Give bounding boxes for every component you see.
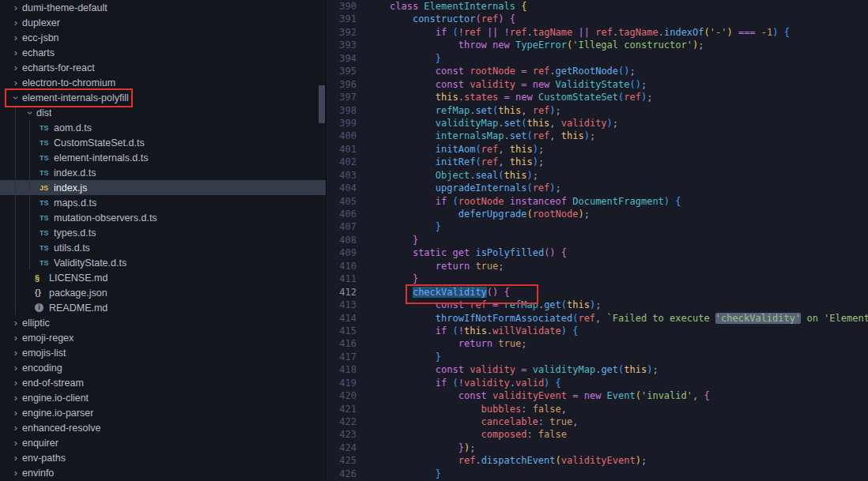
line-number: 399 bbox=[326, 117, 357, 130]
chevron-right-icon: › bbox=[9, 362, 22, 374]
line-number: 406 bbox=[326, 208, 357, 220]
code-line-394[interactable]: 394 } bbox=[326, 52, 868, 65]
code-line-402[interactable]: 402 initRef(ref, this); bbox=[326, 156, 868, 168]
code-line-404[interactable]: 404 upgradeInternals(ref); bbox=[326, 182, 868, 194]
tree-folder-engine.io-parser[interactable]: ›engine.io-parser bbox=[0, 405, 326, 420]
code-line-400[interactable]: 400 internalsMap.set(ref, this); bbox=[326, 130, 868, 142]
tree-file-aom.d.ts[interactable]: TSaom.d.ts bbox=[0, 120, 326, 135]
code-line-398[interactable]: 398 refMap.set(this, ref); bbox=[326, 104, 868, 117]
chevron-right-icon: › bbox=[9, 62, 22, 74]
tree-file-maps.d.ts[interactable]: TSmaps.d.ts bbox=[0, 195, 326, 210]
tree-folder-encoding[interactable]: ›encoding bbox=[0, 360, 326, 375]
code-area: 390class ElementInternals {391 construct… bbox=[326, 0, 868, 480]
code-line-407[interactable]: 407 } bbox=[326, 220, 868, 233]
code-line-410[interactable]: 410 return true; bbox=[326, 260, 868, 272]
code-text: } bbox=[357, 468, 441, 480]
code-line-396[interactable]: 396 const validity = new ValidityState()… bbox=[326, 78, 868, 91]
tree-file-mutation-observers.d.ts[interactable]: TSmutation-observers.d.ts bbox=[0, 210, 326, 225]
tree-folder-end-of-stream[interactable]: ›end-of-stream bbox=[0, 375, 326, 390]
tree-folder-element-internals-polyfill[interactable]: ›element-internals-polyfill bbox=[0, 90, 326, 105]
tree-folder-envinfo[interactable]: ›envinfo bbox=[0, 465, 326, 480]
chevron-right-icon: › bbox=[9, 47, 22, 59]
tree-folder-echarts[interactable]: ›echarts bbox=[0, 45, 326, 60]
code-line-405[interactable]: 405 if (rootNode instanceof DocumentFrag… bbox=[326, 195, 868, 208]
tree-file-index.d.ts[interactable]: TSindex.d.ts bbox=[0, 165, 326, 180]
tree-item-label: echarts bbox=[22, 47, 55, 58]
tree-file-types.d.ts[interactable]: TStypes.d.ts bbox=[0, 225, 326, 240]
tree-folder-env-paths[interactable]: ›env-paths bbox=[0, 450, 326, 465]
line-number: 395 bbox=[326, 65, 357, 77]
tree-item-label: enquirer bbox=[22, 438, 58, 449]
tree-file-package.json[interactable]: {}package.json bbox=[0, 285, 326, 300]
code-line-409[interactable]: 409 static get isPolyfilled() { bbox=[326, 246, 868, 259]
code-line-406[interactable]: 406 deferUpgrade(rootNode); bbox=[326, 208, 868, 220]
sidebar-scrollbar-thumb[interactable] bbox=[319, 85, 325, 123]
tree-folder-emoji-regex[interactable]: ›emoji-regex bbox=[0, 330, 326, 345]
code-line-425[interactable]: 425 ref.dispatchEvent(validityEvent); bbox=[326, 454, 868, 467]
code-line-417[interactable]: 417 } bbox=[326, 351, 868, 363]
tree-file-CustomStateSet.d.ts[interactable]: TSCustomStateSet.d.ts bbox=[0, 135, 326, 150]
tree-folder-enquirer[interactable]: ›enquirer bbox=[0, 435, 326, 450]
code-line-395[interactable]: 395 const rootNode = ref.getRootNode(); bbox=[326, 65, 868, 77]
tree-file-LICENSE.md[interactable]: §LICENSE.md bbox=[0, 270, 326, 285]
code-line-424[interactable]: 424 }); bbox=[326, 442, 868, 454]
tree-item-label: index.js bbox=[54, 182, 87, 194]
line-number: 417 bbox=[326, 351, 357, 363]
tree-file-utils.d.ts[interactable]: TSutils.d.ts bbox=[0, 240, 326, 255]
code-line-420[interactable]: 420 const validityEvent = new Event('inv… bbox=[326, 389, 868, 402]
code-line-414[interactable]: 414 throwIfNotFormAssociated(ref, `Faile… bbox=[326, 312, 868, 325]
code-line-413[interactable]: 413 const ref = refMap.get(this); bbox=[326, 299, 868, 311]
code-line-401[interactable]: 401 initAom(ref, this); bbox=[326, 143, 868, 156]
tree-folder-enhanced-resolve[interactable]: ›enhanced-resolve bbox=[0, 420, 326, 435]
line-number: 400 bbox=[326, 130, 357, 142]
explorer-sidebar: ›dumi-theme-default›duplexer›ecc-jsbn›ec… bbox=[0, 0, 326, 481]
tree-folder-dist[interactable]: ›dist bbox=[0, 105, 326, 120]
code-text: this.states = new CustomStateSet(ref); bbox=[357, 91, 652, 103]
tree-folder-engine.io-client[interactable]: ›engine.io-client bbox=[0, 390, 326, 405]
tree-folder-ecc-jsbn[interactable]: ›ecc-jsbn bbox=[0, 30, 326, 45]
tree-file-index.js[interactable]: JSindex.js bbox=[0, 180, 326, 195]
file-tree: ›dumi-theme-default›duplexer›ecc-jsbn›ec… bbox=[0, 0, 326, 480]
tree-folder-electron-to-chromium[interactable]: ›electron-to-chromium bbox=[0, 75, 326, 90]
tree-item-label: utils.d.ts bbox=[54, 242, 90, 254]
line-number: 401 bbox=[326, 143, 357, 156]
tree-item-label: aom.d.ts bbox=[54, 122, 92, 133]
code-line-416[interactable]: 416 return true; bbox=[326, 337, 868, 350]
code-text: deferUpgrade(rootNode); bbox=[357, 208, 590, 220]
code-line-419[interactable]: 419 if (!validity.valid) { bbox=[326, 377, 868, 389]
tree-folder-echarts-for-react[interactable]: ›echarts-for-react bbox=[0, 60, 326, 75]
tree-file-ValidityState.d.ts[interactable]: TSValidityState.d.ts bbox=[0, 255, 326, 270]
chevron-right-icon: › bbox=[9, 17, 22, 29]
code-text: upgradeInternals(ref); bbox=[357, 182, 561, 194]
code-line-399[interactable]: 399 validityMap.set(this, validity); bbox=[326, 117, 868, 130]
tree-item-label: echarts-for-react bbox=[22, 62, 95, 73]
tree-item-label: types.d.ts bbox=[54, 227, 96, 239]
code-line-393[interactable]: 393 throw new TypeError('Illegal constru… bbox=[326, 39, 868, 51]
code-editor[interactable]: 390class ElementInternals {391 construct… bbox=[326, 0, 868, 481]
tree-folder-dumi-theme-default[interactable]: ›dumi-theme-default bbox=[0, 0, 326, 15]
code-line-392[interactable]: 392 if (!ref || !ref.tagName || ref.tagN… bbox=[326, 26, 868, 39]
code-line-411[interactable]: 411 } bbox=[326, 272, 868, 285]
code-line-421[interactable]: 421 bubbles: false, bbox=[326, 403, 868, 415]
tree-folder-duplexer[interactable]: ›duplexer bbox=[0, 15, 326, 30]
line-number: 416 bbox=[326, 337, 357, 350]
tree-file-element-internals.d.ts[interactable]: TSelement-internals.d.ts bbox=[0, 150, 326, 165]
code-line-422[interactable]: 422 cancelable: true, bbox=[326, 415, 868, 428]
code-line-397[interactable]: 397 this.states = new CustomStateSet(ref… bbox=[326, 91, 868, 103]
tree-folder-emojis-list[interactable]: ›emojis-list bbox=[0, 345, 326, 360]
code-line-403[interactable]: 403 Object.seal(this); bbox=[326, 169, 868, 182]
code-line-426[interactable]: 426 } bbox=[326, 468, 868, 480]
ts-file-icon: TS bbox=[40, 139, 54, 147]
code-line-423[interactable]: 423 composed: false bbox=[326, 428, 868, 441]
line-number: 415 bbox=[326, 325, 357, 337]
code-line-418[interactable]: 418 const validity = validityMap.get(thi… bbox=[326, 363, 868, 376]
code-line-408[interactable]: 408 } bbox=[326, 234, 868, 246]
code-line-412[interactable]: 412 checkValidity() { bbox=[326, 286, 868, 299]
code-line-415[interactable]: 415 if (!this.willValidate) { bbox=[326, 325, 868, 337]
code-line-391[interactable]: 391 constructor(ref) { bbox=[326, 13, 868, 25]
chevron-down-icon: › bbox=[9, 92, 22, 104]
tree-file-README.md[interactable]: iREADME.md bbox=[0, 300, 326, 315]
tree-folder-elliptic[interactable]: ›elliptic bbox=[0, 315, 326, 330]
code-text: bubbles: false, bbox=[357, 403, 567, 415]
code-line-390[interactable]: 390class ElementInternals { bbox=[326, 0, 868, 13]
